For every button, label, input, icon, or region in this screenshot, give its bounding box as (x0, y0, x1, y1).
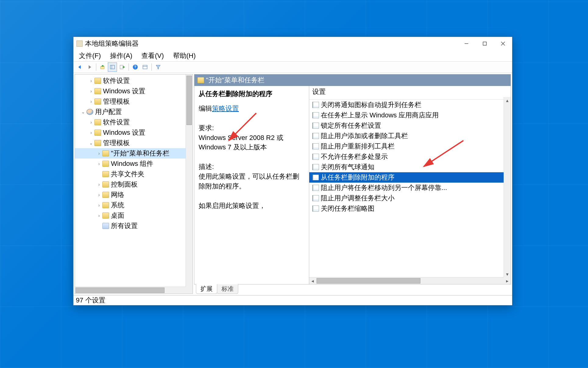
menu-action[interactable]: 操作(A) (109, 51, 133, 61)
expand-icon[interactable]: › (96, 182, 102, 187)
settings-item-label: 阻止用户调整任务栏大小 (321, 194, 395, 203)
settings-list-item[interactable]: 阻止用户重新排列工具栏 (309, 141, 511, 152)
tree-item[interactable]: ›系统 (75, 200, 193, 210)
back-button[interactable] (75, 63, 84, 72)
description-more: 如果启用此策略设置， (199, 201, 305, 211)
collapse-icon[interactable]: ⌄ (80, 109, 86, 115)
settings-list-item[interactable]: 从任务栏删除附加的程序 (309, 172, 511, 183)
tree-item-label: "开始"菜单和任务栏 (111, 149, 169, 158)
menu-file[interactable]: 文件(F) (78, 51, 102, 61)
tree-item-label: 管理模板 (103, 138, 130, 148)
status-text: 97 个设置 (76, 296, 105, 305)
policy-icon (312, 112, 319, 118)
settings-list-item[interactable]: 在任务栏上显示 Windows 应用商店应用 (309, 110, 511, 120)
tree-item-label: 控制面板 (111, 180, 138, 189)
folder-icon (94, 119, 101, 125)
tree-view[interactable]: ›软件设置›Windows 设置›管理模板⌄用户配置›软件设置›Windows … (75, 74, 193, 287)
tree-horizontal-scrollbar[interactable] (75, 287, 193, 294)
tree-item[interactable]: ⌄用户配置 (75, 107, 193, 117)
expand-icon[interactable]: › (88, 99, 94, 104)
menu-view[interactable]: 查看(V) (140, 51, 165, 61)
tree-item[interactable]: ›Windows 设置 (75, 127, 193, 138)
settings-item-label: 阻止用户重新排列工具栏 (321, 142, 395, 151)
settings-list-item[interactable]: 阻止用户调整任务栏大小 (309, 193, 511, 203)
up-level-button[interactable] (98, 63, 107, 72)
tab-extended[interactable]: 扩展 (196, 284, 217, 294)
settings-list-item[interactable]: 阻止用户将任务栏移动到另一个屏幕停靠... (309, 183, 511, 193)
list-vertical-scrollbar[interactable]: ▴ ▾ (504, 97, 511, 277)
tree-item[interactable]: 共享文件夹 (75, 169, 193, 179)
tree-item-label: 软件设置 (103, 76, 130, 85)
policy-icon (312, 143, 319, 149)
settings-list[interactable]: 关闭将通知图标自动提升到任务栏在任务栏上显示 Windows 应用商店应用锁定所… (309, 100, 511, 277)
tree-item[interactable]: ⌄管理模板 (75, 138, 193, 148)
tree-item[interactable]: ›控制面板 (75, 179, 193, 190)
export-button[interactable] (118, 63, 127, 72)
tree-item[interactable]: ›Windows 组件 (75, 159, 193, 169)
tree-item[interactable]: ›Windows 设置 (75, 86, 193, 96)
settings-list-item[interactable]: 关闭所有气球通知 (309, 162, 511, 172)
settings-list-item[interactable]: 不允许任务栏多处显示 (309, 152, 511, 162)
settings-list-item[interactable]: 关闭将通知图标自动提升到任务栏 (309, 100, 511, 110)
expand-icon[interactable]: › (88, 88, 94, 94)
expand-icon[interactable]: › (88, 120, 94, 125)
expand-icon[interactable]: › (88, 78, 94, 84)
policy-icon (312, 164, 319, 170)
description-pane: 从任务栏删除附加的程序 编辑策略设置 要求: Windows Server 20… (194, 86, 309, 284)
close-button[interactable] (494, 37, 512, 50)
maximize-button[interactable] (476, 37, 494, 50)
expand-icon[interactable]: › (96, 202, 102, 208)
svg-rect-1 (483, 42, 487, 45)
settings-list-item[interactable]: 阻止用户添加或者删除工具栏 (309, 131, 511, 141)
menu-help[interactable]: 帮助(H) (172, 51, 197, 61)
tree-item[interactable]: ›桌面 (75, 210, 193, 221)
folder-icon (197, 77, 204, 83)
policy-icon (312, 174, 319, 180)
svg-rect-4 (101, 66, 104, 69)
settings-item-label: 关闭将通知图标自动提升到任务栏 (321, 100, 421, 109)
settings-item-label: 锁定所有任务栏设置 (321, 121, 381, 130)
forward-button[interactable] (85, 63, 94, 72)
settings-list-item[interactable]: 关闭任务栏缩略图 (309, 203, 511, 214)
expand-icon[interactable]: › (96, 192, 102, 198)
tab-standard[interactable]: 标准 (217, 284, 238, 294)
tree-item-label: 所有设置 (111, 221, 138, 230)
properties-button[interactable] (140, 63, 150, 72)
tree-item[interactable]: ›管理模板 (75, 96, 193, 107)
edit-policy-link[interactable]: 策略设置 (212, 105, 239, 112)
expand-icon[interactable]: › (96, 151, 102, 156)
tree-item[interactable]: ›网络 (75, 190, 193, 200)
toolbar: ? (73, 61, 512, 73)
folder-icon (94, 88, 101, 94)
settings-item-label: 关闭所有气球通知 (321, 163, 374, 172)
right-pane: "开始"菜单和任务栏 从任务栏删除附加的程序 编辑策略设置 要求: Window… (194, 74, 511, 294)
policy-icon (312, 133, 319, 139)
expand-icon[interactable]: › (88, 130, 94, 135)
tree-item-label: 网络 (111, 190, 124, 199)
list-horizontal-scrollbar[interactable]: ◂▸ (309, 277, 511, 284)
policy-icon (312, 195, 319, 201)
all-settings-icon (102, 223, 109, 229)
collapse-icon[interactable]: ⌄ (88, 140, 94, 146)
help-button[interactable]: ? (131, 63, 140, 72)
tree-item[interactable]: ›"开始"菜单和任务栏 (75, 148, 193, 159)
tree-vertical-scrollbar[interactable] (186, 74, 193, 287)
minimize-button[interactable] (457, 37, 476, 50)
show-tree-button[interactable] (108, 63, 117, 72)
expand-icon[interactable]: › (96, 213, 102, 218)
edit-label: 编辑 (199, 105, 212, 112)
tree-item[interactable]: ›软件设置 (75, 76, 193, 86)
tree-item[interactable]: 所有设置 (75, 221, 193, 231)
settings-item-label: 从任务栏删除附加的程序 (321, 173, 395, 182)
expand-icon[interactable]: › (96, 161, 102, 166)
filter-button[interactable] (154, 63, 163, 72)
settings-list-item[interactable]: 锁定所有任务栏设置 (309, 120, 511, 131)
settings-item-label: 阻止用户将任务栏移动到另一个屏幕停靠... (321, 183, 447, 192)
selected-policy-title: 从任务栏删除附加的程序 (199, 89, 305, 99)
titlebar[interactable]: 本地组策略编辑器 (73, 37, 512, 50)
svg-text:?: ? (134, 65, 136, 69)
tree-item-label: 管理模板 (103, 97, 130, 106)
column-header-setting[interactable]: 设置 (309, 86, 511, 100)
tree-item[interactable]: ›软件设置 (75, 117, 193, 127)
folder-icon (102, 171, 109, 177)
